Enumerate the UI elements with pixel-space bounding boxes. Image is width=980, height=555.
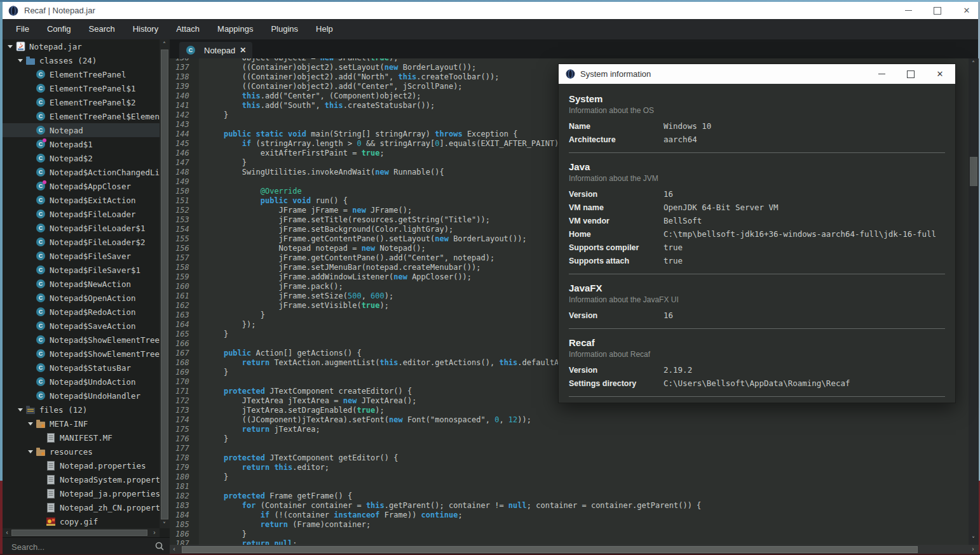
menu-item-plugins[interactable]: Plugins — [262, 19, 307, 39]
code-text: this.add("Center", (Component)object2); — [199, 91, 421, 101]
doc-icon — [46, 432, 56, 443]
tree-item[interactable]: files (12) — [3, 403, 170, 417]
tree-hscroll-thumb[interactable] — [11, 530, 147, 536]
tree-item[interactable]: CNotepad$ActionChangedListe — [3, 165, 170, 179]
tree-scroll-left-icon[interactable]: ‹ — [6, 530, 8, 536]
tree-item[interactable]: CNotepad$FileLoader$1 — [3, 221, 170, 235]
tree-item-label: Notepad.properties — [60, 461, 146, 471]
tree-expand-caret-icon[interactable] — [18, 408, 25, 411]
code-text: } — [199, 368, 228, 377]
tree-item[interactable]: CNotepad$StatusBar — [3, 361, 170, 375]
tab-notepad[interactable]: C Notepad ✕ — [179, 42, 252, 58]
tree-item[interactable]: NotepadSystem.properties — [3, 472, 170, 486]
tree-item[interactable]: resources — [3, 445, 170, 458]
menu-item-history[interactable]: History — [124, 19, 167, 39]
menu-item-attach[interactable]: Attach — [167, 19, 208, 39]
menu-item-mappings[interactable]: Mappings — [208, 19, 262, 39]
tree-scroll-up-icon[interactable]: ˄ — [163, 42, 166, 48]
tree-item[interactable]: copy.gif — [3, 514, 170, 528]
tree-item-label: Notepad$UndoAction — [50, 377, 135, 387]
folder-files-icon — [25, 405, 36, 415]
tree-item[interactable]: CNotepad$OpenAction — [3, 291, 170, 305]
dialog-section-subheading: Information about the OS — [569, 106, 945, 115]
tree-item[interactable]: Notepad.jar — [3, 39, 170, 53]
menu-item-config[interactable]: Config — [38, 19, 80, 39]
tree-item[interactable]: CNotepad$AppCloser — [3, 179, 170, 193]
tab-close-icon[interactable]: ✕ — [240, 46, 246, 55]
tree-item-label: Notepad$FileSaver — [50, 251, 131, 261]
line-number: 137 — [170, 63, 199, 72]
tree-item[interactable]: CNotepad$FileLoader — [3, 207, 170, 221]
editor-vscroll-thumb[interactable] — [970, 157, 977, 186]
line-number: 177 — [170, 444, 199, 453]
tree-expand-caret-icon[interactable] — [18, 59, 25, 62]
line-number: 138 — [170, 72, 199, 82]
dialog-info-row: Supports attachtrue — [569, 254, 945, 267]
tree-item[interactable]: CNotepad$UndoAction — [3, 375, 170, 389]
editor-hscroll-thumb[interactable] — [182, 546, 918, 553]
tree-item[interactable]: CNotepad$RedoAction — [3, 305, 170, 319]
tree-item-label: classes (24) — [39, 56, 97, 65]
menu-item-help[interactable]: Help — [307, 19, 342, 39]
tree-item[interactable]: Notepad_zh_CN.properties — [3, 500, 170, 514]
code-text — [199, 339, 205, 349]
editor-scroll-down-icon[interactable]: ˅ — [972, 537, 975, 543]
tree-item[interactable]: CElementTreePanel — [3, 67, 170, 81]
tree-scroll-right-icon[interactable]: › — [153, 530, 156, 536]
tree-expand-caret-icon[interactable] — [8, 45, 15, 48]
info-value: Windows 10 — [664, 121, 711, 131]
tree-item[interactable]: META-INF — [3, 417, 170, 431]
code-text — [199, 482, 205, 491]
line-number: 184 — [170, 511, 199, 520]
tree-item[interactable]: CNotepad$ExitAction — [3, 193, 170, 207]
menu-item-file[interactable]: File — [7, 19, 38, 39]
editor-vscrollbar[interactable] — [969, 58, 979, 545]
tree-vscroll-thumb[interactable] — [161, 50, 168, 519]
tree-item[interactable]: Notepad_ja.properties — [3, 486, 170, 500]
tree-item-label: ElementTreePanel$2 — [50, 98, 135, 107]
tree-item[interactable]: CNotepad$FileSaver$1 — [3, 263, 170, 277]
code-line: 180 } — [170, 472, 969, 482]
tree-expand-caret-icon[interactable] — [28, 450, 36, 453]
tree-item[interactable]: CNotepad$1 — [3, 137, 170, 151]
info-label: Settings directory — [569, 379, 664, 388]
line-number: 149 — [170, 177, 199, 187]
maximize-icon[interactable] — [932, 6, 943, 16]
tree-item[interactable]: CElementTreePanel$2 — [3, 95, 170, 109]
editor-scroll-left-icon[interactable]: ‹ — [173, 546, 175, 552]
dialog-close-icon[interactable]: ✕ — [935, 69, 945, 79]
tree-item[interactable]: MANIFEST.MF — [3, 431, 170, 445]
search-input[interactable] — [10, 540, 146, 554]
tree-item[interactable]: CNotepad$NewAction — [3, 277, 170, 291]
tree-item[interactable]: Notepad.properties — [3, 458, 170, 472]
close-icon[interactable]: ✕ — [962, 6, 972, 16]
tree-item[interactable]: CNotepad$ShowElementTreeAct — [3, 333, 170, 347]
tree-item[interactable]: CElementTreePanel$1 — [3, 81, 170, 95]
tree-scroll-down-icon[interactable]: ˅ — [163, 522, 166, 528]
line-number: 162 — [170, 301, 199, 311]
editor-scroll-up-icon[interactable]: ˄ — [972, 61, 975, 67]
code-text: if (stringArray.length > 0 && stringArra… — [199, 139, 573, 149]
minimize-icon[interactable] — [903, 6, 913, 16]
tree-item[interactable]: CNotepad$SaveAction — [3, 319, 170, 333]
code-line: 175 return jTextArea; — [170, 425, 969, 434]
info-value: true — [664, 256, 683, 265]
editor-scroll-right-icon[interactable]: › — [972, 546, 974, 552]
tree-item[interactable]: CNotepad$FileSaver — [3, 249, 170, 263]
dialog-maximize-icon[interactable] — [906, 69, 916, 79]
tree-item[interactable]: classes (24) — [3, 53, 170, 67]
class-icon: C — [36, 181, 46, 191]
class-icon: C — [36, 335, 46, 345]
menu-item-search[interactable]: Search — [80, 19, 124, 39]
dialog-minimize-icon[interactable] — [876, 69, 887, 79]
tree-item[interactable]: CNotepad$FileLoader$2 — [3, 235, 170, 249]
tree-item[interactable]: CElementTreePanel$ElementTr — [3, 109, 170, 123]
tree-item[interactable]: CNotepad — [3, 123, 170, 137]
code-text: jTextArea.setDragEnabled(true); — [199, 406, 385, 415]
tree-item[interactable]: CNotepad$2 — [3, 151, 170, 165]
tree-item[interactable]: CNotepad$ShowElementTreeAct — [3, 347, 170, 361]
tree-item[interactable]: CNotepad$UndoHandler — [3, 389, 170, 403]
tree-expand-caret-icon[interactable] — [28, 422, 36, 425]
jar-icon — [15, 41, 25, 51]
class-icon: C — [36, 349, 46, 359]
